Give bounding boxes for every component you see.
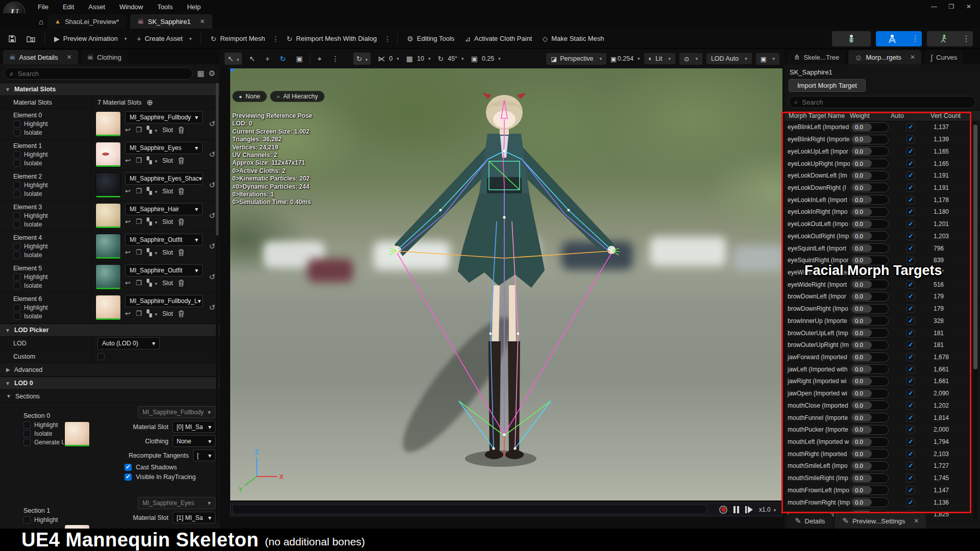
reimport-options-icon[interactable]: ⋮ [270, 35, 281, 43]
morph-weight-input[interactable]: 0.0 [850, 243, 889, 253]
reset-to-default-icon[interactable]: ↺ [209, 211, 215, 220]
morph-table-header[interactable]: Morph Target Name Weight Auto Vert Count [785, 110, 980, 121]
create-asset-dropdown[interactable]: + Create Asset [132, 32, 197, 45]
material-slots-section-header[interactable]: ▼ Material Slots [0, 83, 219, 96]
morph-target-row[interactable]: mouthSmileLeft (Impo 0.0 1,727 [785, 460, 980, 472]
isolate-checkbox[interactable] [13, 129, 20, 136]
left-panel-scrollbar[interactable] [216, 83, 218, 521]
auto-checkbox[interactable] [906, 474, 915, 482]
save-button[interactable] [3, 32, 21, 46]
select-tool-dropdown[interactable]: ↖ [225, 53, 242, 65]
morph-target-row[interactable]: mouthSmileRight (Imp 0.0 1,745 [785, 472, 980, 485]
morph-weight-input[interactable]: 0.0 [850, 146, 889, 156]
custom-checkbox[interactable] [97, 353, 105, 360]
morph-weight-input[interactable]: 0.0 [850, 159, 889, 168]
morph-target-row[interactable]: browOuterUpRight (Im 0.0 181 [785, 339, 980, 352]
close-icon[interactable]: ✕ [962, 3, 976, 10]
reset-to-default-icon[interactable]: ↺ [209, 150, 215, 159]
tab-close-icon[interactable]: ✕ [910, 54, 915, 61]
section0-generate-checkbox[interactable] [23, 439, 31, 446]
morph-target-row[interactable]: eyeLookUpRight (Impo 0.0 1,165 [785, 158, 980, 170]
viewport-scene[interactable]: Z X Y ● None ○ All Hierarchy Previewing … [230, 68, 782, 500]
bone-tool-icon[interactable]: ⌖ [314, 53, 325, 65]
morph-target-row[interactable]: browInnerUp (Importe 0.0 328 [785, 315, 980, 328]
add-material-slot-icon[interactable]: ⊕ [146, 98, 153, 107]
material-dropdown[interactable]: MI_Sapphire_Outfit▾ [125, 234, 203, 246]
section0-material-thumbnail[interactable] [64, 421, 90, 447]
morph-target-row[interactable]: eyeLookOutLeft (Impo 0.0 1,201 [785, 218, 980, 231]
morph-weight-input[interactable]: 0.0 [850, 461, 889, 471]
auto-checkbox[interactable] [906, 317, 915, 325]
morph-weight-input[interactable]: 0.0 [850, 353, 889, 362]
morph-target-row[interactable]: browOuterUpLeft (Imp 0.0 181 [785, 327, 980, 339]
morph-weight-input[interactable]: 0.0 [850, 195, 889, 205]
delete-slot-icon[interactable] [178, 157, 184, 164]
material-dropdown[interactable]: MI_Sapphire_Outfit▾ [125, 264, 203, 277]
auto-checkbox[interactable] [906, 389, 915, 397]
material-thumbnail[interactable] [95, 264, 121, 290]
section0-isolate-checkbox[interactable] [23, 430, 31, 437]
browse-to-asset-icon[interactable]: ❐ [136, 310, 142, 317]
rotation-snap-control[interactable]: ↻45° [434, 53, 463, 65]
tab-details[interactable]: ✎ Details [788, 513, 832, 529]
morph-weight-input[interactable]: 0.0 [850, 231, 889, 241]
tab-asset-details[interactable]: ☠ Asset Details ✕ [3, 50, 78, 64]
morph-weight-input[interactable]: 0.0 [850, 485, 889, 495]
morph-target-row[interactable]: mouthFrownLeft (Impo 0.0 1,147 [785, 485, 980, 497]
material-thumbnail[interactable] [95, 234, 121, 259]
auto-checkbox[interactable] [906, 305, 915, 313]
material-thumbnail[interactable] [95, 295, 121, 320]
tab-sk-sapphire1[interactable]: ☠ SK_Sapphire1 ✕ [130, 14, 212, 29]
morph-weight-input[interactable]: 0.0 [850, 425, 889, 435]
material-dropdown[interactable]: MI_Sapphire_Fullbody▾ [125, 111, 203, 123]
highlight-checkbox[interactable] [13, 151, 20, 158]
menu-item[interactable]: File [32, 1, 55, 13]
morph-weight-input[interactable]: 0.0 [850, 122, 889, 132]
delete-slot-icon[interactable] [178, 218, 184, 226]
use-selected-asset-icon[interactable]: ↩ [125, 279, 131, 287]
morph-weight-input[interactable]: 0.0 [850, 304, 889, 314]
menu-item[interactable]: Window [113, 1, 149, 13]
lod-picker-section-header[interactable]: ▼ LOD Picker [0, 323, 219, 337]
morph-target-row[interactable]: eyeWideRight (Import 0.0 516 [785, 279, 980, 291]
menu-item[interactable]: Tools [151, 1, 179, 13]
translate-tool-icon[interactable]: + [262, 53, 273, 65]
browse-to-asset-icon[interactable]: ❐ [136, 279, 142, 287]
auto-checkbox[interactable] [906, 123, 915, 131]
minimize-icon[interactable]: — [927, 3, 941, 10]
material-dropdown[interactable]: MI_Sapphire_Fullbody_L▾ [125, 295, 203, 307]
advanced-expander[interactable]: ▶ Advanced [0, 363, 219, 377]
editing-tools-button[interactable]: ⚙ Editing Tools [402, 32, 459, 45]
morph-weight-input[interactable]: 0.0 [850, 171, 889, 181]
section0-material-slot-dropdown[interactable]: [0] MI_Sa▾ [173, 421, 215, 433]
morph-target-row[interactable]: mouthRight (Imported 0.0 2,103 [785, 448, 980, 460]
morph-target-row[interactable]: eyeSquintLeft (Import 0.0 796 [785, 242, 980, 255]
morph-weight-input[interactable]: 0.0 [850, 183, 889, 192]
auto-checkbox[interactable] [906, 365, 915, 373]
reset-to-default-icon[interactable]: ↺ [209, 181, 215, 190]
lod-auto-dropdown[interactable]: LOD Auto [706, 53, 752, 64]
delete-slot-icon[interactable] [178, 188, 184, 195]
use-selected-asset-icon[interactable]: ↩ [125, 157, 131, 164]
menu-item[interactable]: Edit [57, 1, 80, 13]
camera-speed-control[interactable]: ▣0.254 [610, 55, 640, 63]
rotate-tool-icon[interactable]: ↻ [277, 53, 289, 65]
morph-target-row[interactable]: eyeLookDownRight (I 0.0 1,191 [785, 182, 980, 194]
settings-gear-icon[interactable]: ⚙ [209, 69, 215, 78]
perspective-dropdown[interactable]: ◪Perspective [546, 53, 606, 65]
auto-checkbox[interactable] [906, 196, 915, 204]
preview-animation-dropdown[interactable]: ▶ Preview Animation [49, 32, 132, 45]
playback-speed-dropdown[interactable]: x1.0 [759, 506, 776, 513]
material-options-icon[interactable]: ▚ [147, 248, 158, 256]
auto-checkbox[interactable] [906, 341, 915, 349]
isolate-checkbox[interactable] [13, 160, 20, 167]
auto-checkbox[interactable] [906, 425, 915, 434]
tab-shaolei-preview[interactable]: ▲ ShaoLei_Preview* [47, 14, 126, 29]
reset-to-default-icon[interactable]: ↺ [209, 119, 215, 129]
morph-target-row[interactable]: jawOpen (Imported wi 0.0 2,090 [785, 388, 980, 400]
bone-filter-all-hierarchy-button[interactable]: ○ All Hierarchy [270, 91, 325, 102]
reimport-mesh-button[interactable]: ↻ Reimport Mesh [205, 32, 270, 45]
morph-weight-input[interactable]: 0.0 [850, 207, 889, 217]
section0-highlight-checkbox[interactable] [23, 421, 31, 429]
material-options-icon[interactable]: ▚ [147, 187, 158, 195]
